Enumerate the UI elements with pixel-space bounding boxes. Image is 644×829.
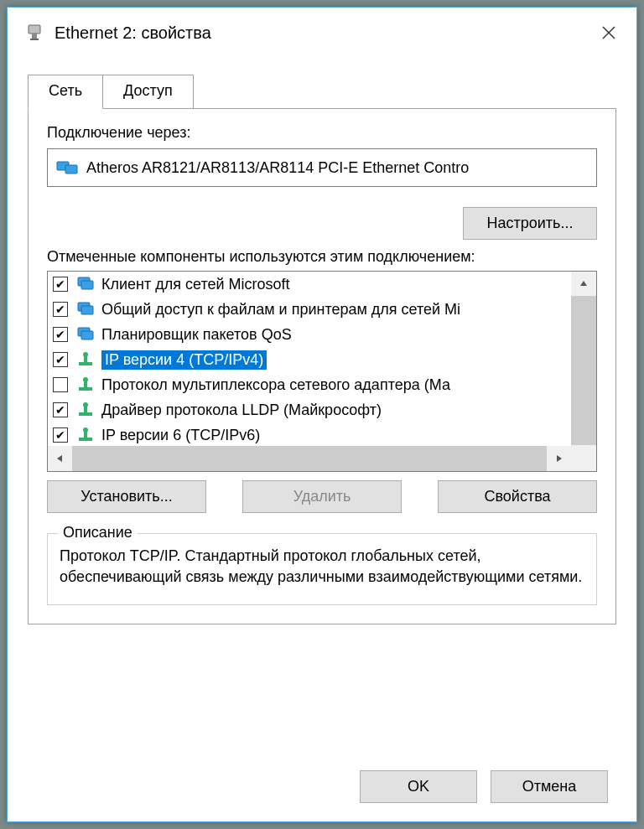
svg-point-24: [83, 427, 88, 433]
properties-button[interactable]: Свойства: [438, 480, 597, 513]
cancel-button[interactable]: Отмена: [491, 770, 608, 803]
protocol-icon: [76, 350, 95, 369]
adapter-field: Atheros AR8121/AR8113/AR8114 PCI-E Ether…: [47, 148, 597, 187]
list-item[interactable]: ✔Драйвер протокола LLDP (Майкрософт): [48, 397, 571, 422]
description-text: Протокол TCP/IP. Стандартный протокол гл…: [60, 546, 584, 588]
list-item[interactable]: ✔Планировщик пакетов QoS: [48, 322, 571, 347]
close-icon: [601, 25, 616, 40]
properties-dialog: Ethernet 2: свойства Сеть Доступ Подключ…: [7, 7, 637, 822]
svg-rect-0: [29, 25, 40, 34]
tab-strip: Сеть Доступ: [8, 75, 636, 109]
svg-marker-25: [580, 281, 587, 286]
svg-rect-10: [81, 306, 93, 314]
connect-through-label: Подключение через:: [47, 124, 597, 142]
svg-point-21: [83, 402, 88, 407]
list-item-label: IP версии 6 (TCP/IPv6): [101, 427, 260, 444]
vertical-scrollbar[interactable]: [571, 272, 596, 446]
scroll-up-icon[interactable]: [571, 272, 596, 295]
install-button[interactable]: Установить...: [47, 480, 206, 513]
title-bar: Ethernet 2: свойства: [8, 8, 636, 58]
components-label: Отмеченные компоненты используются этим …: [47, 248, 597, 266]
list-item[interactable]: ✔Клиент для сетей Microsoft: [48, 272, 571, 297]
checkbox[interactable]: [53, 377, 68, 392]
list-item-label: Протокол мультиплексора сетевого адаптер…: [101, 376, 450, 394]
list-item[interactable]: ✔Общий доступ к файлам и принтерам для с…: [48, 297, 571, 322]
svg-marker-27: [557, 455, 562, 462]
list-item[interactable]: ✔IP версии 6 (TCP/IPv6): [48, 422, 571, 446]
scroll-right-icon[interactable]: [548, 446, 571, 471]
protocol-icon: [76, 401, 95, 419]
adapter-name: Atheros AR8121/AR8113/AR8114 PCI-E Ether…: [86, 159, 469, 177]
configure-button[interactable]: Настроить...: [463, 207, 597, 240]
svg-rect-12: [81, 331, 93, 339]
component-buttons: Установить... Удалить Свойства: [47, 480, 597, 513]
network-adapter-icon: [24, 23, 44, 43]
svg-point-18: [83, 377, 88, 382]
client-icon: [76, 325, 95, 344]
ok-button[interactable]: OK: [360, 770, 477, 803]
svg-rect-2: [30, 39, 39, 40]
client-icon: [76, 275, 95, 293]
checkbox[interactable]: ✔: [53, 327, 68, 342]
svg-rect-6: [65, 165, 77, 174]
description-title: Описание: [58, 524, 138, 541]
window-title: Ethernet 2: свойства: [55, 23, 588, 43]
protocol-icon: [76, 426, 95, 444]
list-item-label: Клиент для сетей Microsoft: [101, 276, 290, 293]
tab-access[interactable]: Доступ: [102, 75, 194, 109]
checkbox[interactable]: ✔: [53, 402, 68, 417]
close-button[interactable]: [588, 16, 630, 49]
svg-marker-26: [57, 455, 62, 462]
tab-network[interactable]: Сеть: [28, 75, 103, 109]
list-item-label: IP версии 4 (TCP/IPv4): [101, 350, 267, 370]
checkbox[interactable]: ✔: [53, 302, 68, 317]
remove-button: Удалить: [242, 480, 402, 513]
description-group: Описание Протокол TCP/IP. Стандартный пр…: [47, 533, 597, 605]
list-item-label: Драйвер протокола LLDP (Майкрософт): [101, 402, 382, 419]
components-list: ✔Клиент для сетей Microsoft✔Общий доступ…: [47, 271, 597, 472]
checkbox[interactable]: ✔: [53, 427, 68, 443]
dialog-footer: OK Отмена: [360, 770, 608, 803]
scroll-left-icon[interactable]: [48, 446, 71, 471]
scroll-corner: [571, 446, 596, 471]
horizontal-scrollbar[interactable]: [48, 446, 571, 471]
checkbox[interactable]: ✔: [53, 352, 68, 367]
list-item[interactable]: Протокол мультиплексора сетевого адаптер…: [48, 372, 571, 397]
svg-rect-22: [79, 438, 92, 441]
list-item-label: Общий доступ к файлам и принтерам для се…: [101, 301, 460, 319]
client-icon: [76, 300, 95, 319]
svg-rect-16: [79, 387, 92, 391]
list-item-label: Планировщик пакетов QoS: [101, 326, 292, 344]
scroll-thumb-vertical[interactable]: [571, 296, 596, 445]
protocol-icon: [76, 376, 95, 394]
tab-panel-network: Подключение через: Atheros AR8121/AR8113…: [28, 108, 616, 624]
list-item[interactable]: ✔IP версии 4 (TCP/IPv4): [48, 347, 571, 372]
svg-rect-13: [79, 362, 92, 365]
svg-rect-1: [32, 34, 37, 39]
svg-rect-8: [81, 281, 93, 289]
svg-rect-19: [79, 412, 92, 416]
checkbox[interactable]: ✔: [53, 277, 68, 292]
adapter-icon: [56, 158, 80, 177]
svg-point-15: [83, 352, 88, 357]
scroll-thumb-horizontal[interactable]: [72, 446, 547, 471]
